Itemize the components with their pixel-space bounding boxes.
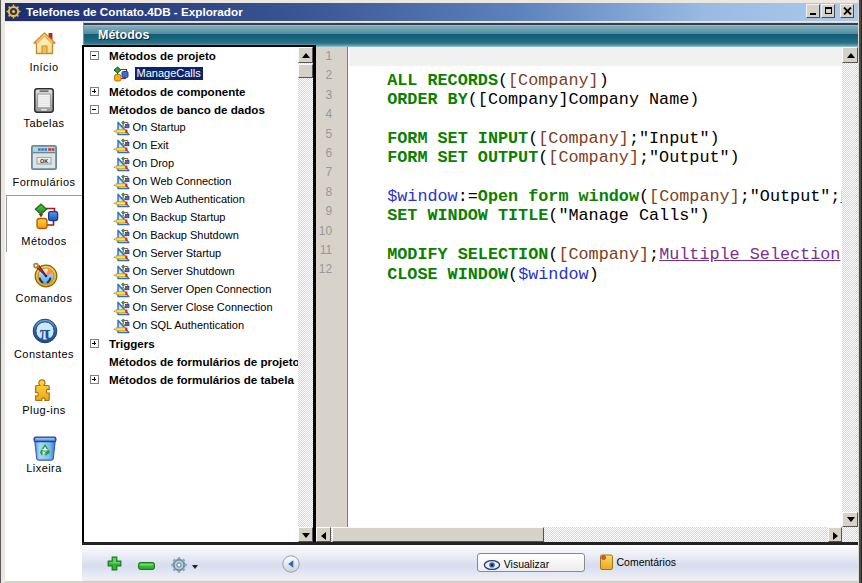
svg-text:π: π	[40, 321, 51, 342]
svg-text:OK: OK	[40, 158, 48, 164]
